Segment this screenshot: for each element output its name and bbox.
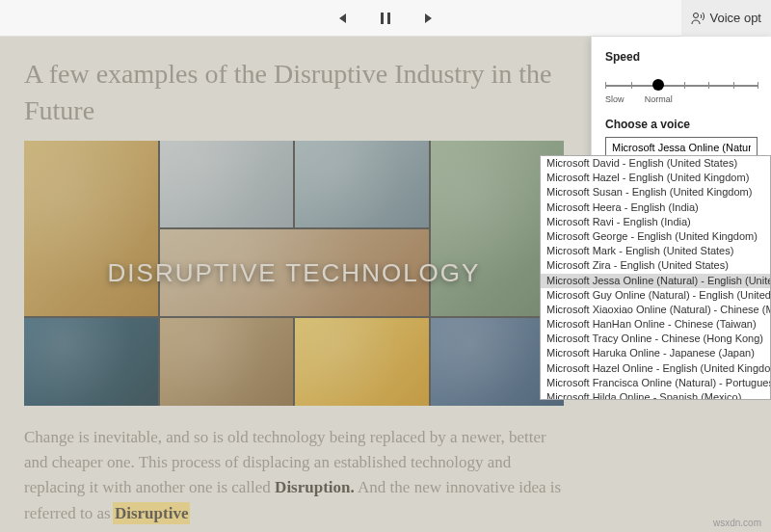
voice-options-button[interactable]: Voice opt xyxy=(681,0,772,37)
voice-option[interactable]: Microsoft Heera - English (India) xyxy=(541,200,770,215)
article-title: A few examples of the Disruptive Industr… xyxy=(24,56,564,129)
image-collage: DISRUPTIVE TECHNOLOGY xyxy=(24,141,564,406)
slider-mid-label: Normal xyxy=(645,94,673,104)
slider-tick xyxy=(631,82,632,89)
voice-options-label: Voice opt xyxy=(710,11,762,25)
voice-option[interactable]: Microsoft Guy Online (Natural) - English… xyxy=(541,288,770,303)
voice-option[interactable]: Microsoft Hilda Online - Spanish (Mexico… xyxy=(541,390,770,400)
voice-option[interactable]: Microsoft Ravi - English (India) xyxy=(541,215,770,229)
voice-option[interactable]: Microsoft Francisca Online (Natural) - P… xyxy=(541,376,770,390)
pause-button[interactable] xyxy=(378,11,393,26)
voice-option[interactable]: Microsoft David - English (United States… xyxy=(541,156,770,171)
slider-tick xyxy=(708,82,709,89)
collage-tile xyxy=(160,318,294,405)
voice-option[interactable]: Microsoft Mark - English (United States) xyxy=(541,244,770,258)
voice-option[interactable]: Microsoft Xiaoxiao Online (Natural) - Ch… xyxy=(541,303,770,317)
speed-label: Speed xyxy=(605,50,758,64)
svg-rect-0 xyxy=(381,13,384,24)
speed-slider[interactable]: Slow Normal xyxy=(605,75,758,108)
voice-icon xyxy=(691,12,705,25)
article-body: Change is inevitable, and so is old tech… xyxy=(24,425,564,526)
collage-tile xyxy=(24,141,158,317)
voice-option[interactable]: Microsoft Tracy Online - Chinese (Hong K… xyxy=(541,332,770,346)
slider-track xyxy=(605,85,758,87)
voice-option[interactable]: Microsoft Susan - English (United Kingdo… xyxy=(541,185,770,200)
slider-tick xyxy=(684,82,685,89)
voice-option[interactable]: Microsoft Zira - English (United States) xyxy=(541,258,770,273)
watermark: wsxdn.com xyxy=(713,518,761,528)
voice-dropdown[interactable]: Microsoft David - English (United States… xyxy=(540,155,771,400)
slider-tick xyxy=(758,82,758,89)
choose-voice-label: Choose a voice xyxy=(605,118,758,131)
current-read-word: Disruptive xyxy=(115,504,189,522)
playback-toolbar: Voice opt xyxy=(0,0,771,37)
svg-rect-1 xyxy=(387,13,390,24)
next-button[interactable] xyxy=(422,11,438,26)
voice-option[interactable]: Microsoft HanHan Online - Chinese (Taiwa… xyxy=(541,317,770,332)
collage-tile xyxy=(160,141,294,227)
playback-controls xyxy=(333,11,438,26)
voice-option[interactable]: Microsoft Jessa Online (Natural) - Engli… xyxy=(541,274,770,288)
voice-options-flyout: Speed Slow Normal Choose a voice xyxy=(591,37,771,158)
slider-tick xyxy=(605,82,606,89)
previous-button[interactable] xyxy=(333,11,349,26)
voice-option[interactable]: Microsoft George - English (United Kingd… xyxy=(541,229,770,244)
voice-option[interactable]: Microsoft Hazel Online - English (United… xyxy=(541,361,770,376)
svg-point-2 xyxy=(693,13,698,17)
slider-min-label: Slow xyxy=(605,94,625,104)
collage-tile xyxy=(295,318,429,405)
collage-tile xyxy=(295,141,429,227)
voice-option[interactable]: Microsoft Hazel - English (United Kingdo… xyxy=(541,171,770,185)
slider-thumb[interactable] xyxy=(652,79,664,91)
collage-tile xyxy=(160,229,429,316)
body-bold: Disruption. xyxy=(275,478,355,496)
slider-tick xyxy=(733,82,734,89)
collage-tile xyxy=(24,318,158,405)
voice-option[interactable]: Microsoft Haruka Online - Japanese (Japa… xyxy=(541,346,770,360)
